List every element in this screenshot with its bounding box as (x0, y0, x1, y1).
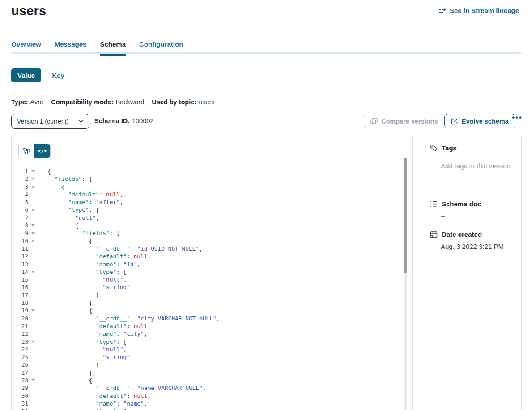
code-text: "__crdb__": "city VARCHAR NOT NULL", (38, 315, 220, 322)
code-line: 7 "null", (12, 214, 404, 222)
version-select[interactable]: Version 1 (current) (11, 114, 89, 129)
compare-versions-label: Compare versions (381, 118, 438, 125)
key-toggle-button[interactable]: Key (52, 72, 64, 79)
tree-view-button[interactable] (19, 144, 34, 158)
code-text: "__crdb__": "name VARCHAR NULL", (38, 384, 206, 392)
fold-arrow-icon[interactable] (28, 240, 38, 242)
code-text: { (38, 183, 65, 191)
value-key-toggle: Value Key (11, 68, 64, 82)
chevron-down-icon (78, 120, 84, 123)
fold-arrow-icon[interactable] (28, 170, 38, 172)
evolve-schema-button[interactable]: Evolve schema (444, 114, 515, 128)
code-line: 24 "null", (12, 346, 404, 353)
fold-arrow-icon[interactable] (28, 232, 38, 235)
used-by-topic-link[interactable]: users (199, 98, 214, 106)
tab-configuration[interactable]: Configuration (139, 40, 183, 56)
evolve-schema-label: Evolve schema (462, 118, 509, 125)
code-line: 18 }, (12, 299, 404, 307)
code-text: "default": null, (38, 392, 151, 400)
code-text: "type": [ (38, 407, 127, 410)
fold-arrow-icon[interactable] (28, 341, 38, 343)
tab-messages[interactable]: Messages (55, 40, 87, 56)
code-text: { (38, 222, 78, 229)
calendar-plus-icon (430, 231, 438, 238)
code-text: { (38, 167, 51, 175)
line-number: 19 (12, 307, 28, 314)
edit-icon (451, 118, 458, 125)
line-number: 18 (12, 299, 28, 307)
line-number: 22 (12, 330, 28, 337)
fold-arrow-icon[interactable] (28, 209, 38, 211)
schema-code-editor[interactable]: 1{2 "fields": [3 {4 "default": null,5 "n… (12, 167, 404, 410)
compatibility-value: Backward (116, 98, 145, 106)
line-number: 5 (12, 198, 28, 206)
used-by-topic-field: Used by topic:users (152, 98, 214, 106)
editor-scrollbar-thumb[interactable] (404, 158, 407, 273)
code-line: 13 "name": "id", (12, 261, 404, 268)
more-actions-button[interactable]: ••• (512, 113, 523, 122)
fold-arrow-icon[interactable] (28, 178, 38, 180)
code-line: 5 "name": "after", (12, 198, 404, 206)
line-number: 27 (12, 369, 28, 376)
fold-arrow-icon[interactable] (28, 186, 38, 188)
stream-lineage-icon (439, 8, 447, 14)
line-number: 14 (12, 268, 28, 276)
code-line: 21 "default": null, (12, 322, 404, 330)
line-number: 10 (12, 237, 28, 245)
line-number: 17 (12, 291, 28, 299)
code-line: 23 "type": [ (12, 338, 404, 346)
code-text: }, (38, 369, 96, 376)
line-number: 29 (12, 384, 28, 392)
code-text: "type": [ (38, 268, 127, 276)
code-text: "name": "id", (38, 261, 140, 268)
fold-arrow-icon[interactable] (28, 224, 38, 226)
line-number: 23 (12, 338, 28, 346)
compatibility-field: Compatibility mode:Backward (51, 98, 144, 106)
code-text: "default": null, (38, 252, 151, 260)
stream-lineage-link[interactable]: See in Stream lineage (439, 7, 519, 14)
code-line: 29 "__crdb__": "name VARCHAR NULL", (12, 384, 404, 392)
schema-doc-value: -- (441, 212, 445, 220)
fold-arrow-icon[interactable] (28, 379, 38, 381)
code-line: 1{ (12, 167, 404, 175)
code-line: 25 "string" (12, 353, 404, 361)
line-number: 2 (12, 175, 28, 183)
schema-id-label: Schema ID: (94, 117, 130, 124)
code-text: "type": [ (38, 338, 127, 346)
code-line: 27 }, (12, 369, 404, 376)
type-field: Type:Avro (11, 98, 43, 106)
code-text: "type": [ (38, 206, 99, 214)
code-text: "name": "name", (38, 400, 147, 407)
compatibility-label: Compatibility mode: (51, 98, 113, 106)
code-line: 17 ] (12, 291, 404, 299)
code-line: 2 "fields": [ (12, 175, 404, 183)
line-number: 1 (12, 167, 28, 175)
compare-versions-button[interactable]: Compare versions (364, 114, 445, 128)
value-toggle-button[interactable]: Value (11, 68, 41, 82)
fold-arrow-icon[interactable] (28, 271, 38, 273)
line-number: 12 (12, 252, 28, 260)
tab-schema[interactable]: Schema (100, 40, 126, 56)
code-text: "__crdb__": "id UUID NOT NULL", (38, 245, 203, 252)
tab-overview[interactable]: Overview (11, 40, 41, 56)
code-text: }, (38, 299, 96, 307)
code-text: { (38, 237, 92, 245)
code-text: "null", (38, 346, 127, 353)
line-number: 6 (12, 206, 28, 214)
date-created-header: Date created (430, 231, 482, 238)
line-number: 25 (12, 353, 28, 361)
code-line: 14 "type": [ (12, 268, 404, 276)
code-line: 12 "default": null, (12, 252, 404, 260)
line-number: 30 (12, 392, 28, 400)
code-text: "fields": [ (38, 175, 92, 183)
date-created-title: Date created (442, 231, 482, 238)
add-tags-input[interactable] (441, 160, 528, 174)
code-line: 31 "name": "name", (12, 400, 404, 407)
code-view-button[interactable]: </> (34, 144, 50, 158)
tag-icon (430, 144, 438, 152)
fold-arrow-icon[interactable] (28, 309, 38, 312)
sidebar-divider (430, 188, 528, 188)
code-text: "name": "city", (38, 330, 147, 337)
schema-doc-title: Schema doc (442, 200, 481, 208)
editor-scrollbar-track[interactable] (404, 157, 407, 410)
